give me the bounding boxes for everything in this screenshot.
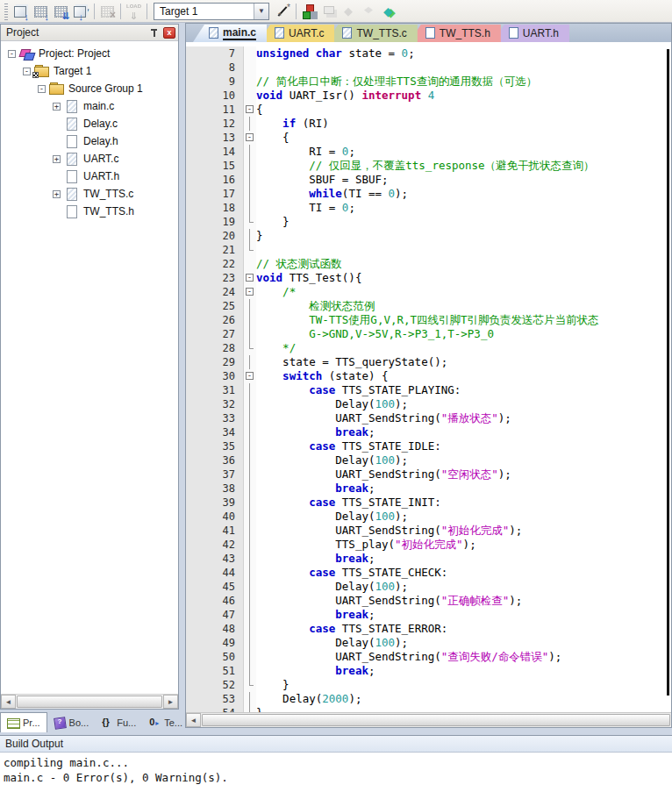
code-line[interactable]: 42 TTS_play("初始化完成"); xyxy=(186,538,671,552)
rebuild-all-button[interactable] xyxy=(51,2,71,21)
expand-expander-icon[interactable]: + xyxy=(53,103,61,111)
build-output-console[interactable]: compiling main.c...main.c - 0 Error(s), … xyxy=(0,753,672,792)
code-line[interactable]: 15 // 仅回显，不覆盖tts_response（避免干扰状态查询） xyxy=(186,159,671,173)
code-line[interactable]: 30- switch (state) { xyxy=(186,369,671,383)
code-line[interactable]: 48 case TTS_STATE_ERROR: xyxy=(186,622,671,636)
code-line[interactable]: 39 case TTS_STATE_INIT: xyxy=(186,496,671,510)
code-line[interactable]: 10void UART_Isr() interrupt 4 xyxy=(186,89,671,103)
code-line[interactable]: 38 break; xyxy=(186,482,671,496)
code-line[interactable]: 23-void TTS_Test(){ xyxy=(186,271,671,285)
fold-toggle-icon[interactable]: - xyxy=(244,369,256,383)
code-line[interactable]: 34 break; xyxy=(186,425,671,439)
code-line[interactable]: 14 RI = 0; xyxy=(186,145,671,159)
code-line[interactable]: 16 SBUF = SBUF; xyxy=(186,173,671,187)
code-line[interactable]: 52 } xyxy=(186,678,671,692)
collapse-expander-icon[interactable]: - xyxy=(23,68,31,75)
code-line[interactable]: 28 */ xyxy=(186,341,671,355)
batch-build-button[interactable]: ▼ xyxy=(71,2,91,21)
editor-tab-main-c[interactable]: main.c xyxy=(193,25,267,42)
pack-installer-button[interactable] xyxy=(380,2,400,21)
code-line[interactable]: 8 xyxy=(186,61,671,75)
code-line[interactable]: 26 TW-TTS使用G,V,R,T四线引脚T引脚负责发送芯片当前状态 xyxy=(186,313,671,327)
code-line[interactable]: 45 Delay(100); xyxy=(186,580,671,594)
code-line[interactable]: 24- /* xyxy=(186,285,671,299)
editor-tab-tw-tts-c[interactable]: TW_TTS.c xyxy=(326,25,417,42)
code-line[interactable]: 51 break; xyxy=(186,664,671,678)
collapse-expander-icon[interactable]: - xyxy=(8,50,16,58)
expand-expander-icon[interactable]: + xyxy=(53,155,61,163)
fold-toggle-icon[interactable]: - xyxy=(244,131,256,145)
tree-item-tw-tts-c[interactable]: +TW_TTS.c xyxy=(1,185,178,203)
code-line[interactable]: 19 } xyxy=(186,215,671,229)
chevron-down-icon[interactable]: ▼ xyxy=(254,4,268,19)
tree-item-main-c[interactable]: +main.c xyxy=(1,97,178,115)
scroll-left-arrow-icon[interactable]: ◄ xyxy=(1,695,16,709)
code-line[interactable]: 11-{ xyxy=(186,103,671,117)
close-icon[interactable]: x xyxy=(163,27,175,39)
project-horizontal-scrollbar[interactable]: ◄ ► xyxy=(1,694,178,709)
code-line[interactable]: 31 case TTS_STATE_PLAYING: xyxy=(186,383,671,397)
editor-tab-uart-c[interactable]: UART.c xyxy=(259,25,334,42)
tree-item-delay-h[interactable]: Delay.h xyxy=(1,132,178,150)
tree-item-tw-tts-h[interactable]: TW_TTS.h xyxy=(1,203,178,220)
scroll-left-arrow-icon[interactable]: ◄ xyxy=(186,713,201,727)
fold-toggle-icon[interactable]: - xyxy=(244,271,256,285)
bottom-tab-bo[interactable]: Bo... xyxy=(47,712,96,732)
code-line[interactable]: 37 UART_SendString("空闲状态"); xyxy=(186,467,671,482)
code-line[interactable]: 46 UART_SendString("正确帧检查"); xyxy=(186,594,671,608)
toolbar-drag-handle[interactable] xyxy=(4,3,8,20)
tree-item-target-1[interactable]: -Target 1 xyxy=(1,62,178,80)
fold-margin xyxy=(244,425,256,439)
editor-tab-tw-tts-h[interactable]: TW_TTS.h xyxy=(410,25,501,42)
code-line[interactable]: 44 case TTS_STATE_CHECK: xyxy=(186,566,671,580)
code-line[interactable]: 40 Delay(100); xyxy=(186,510,671,524)
code-line[interactable]: 36 Delay(100); xyxy=(186,453,671,467)
code-line[interactable]: 21 xyxy=(186,243,671,257)
code-line[interactable]: 54} xyxy=(186,706,671,712)
code-line[interactable]: 35 case TTS_STATE_IDLE: xyxy=(186,439,671,453)
code-line[interactable]: 9// 简化串口中断：仅处理非TTS查询的通用数据（可选） xyxy=(186,75,671,89)
scrollbar-thumb[interactable] xyxy=(202,714,670,726)
code-line[interactable]: 12 if (RI) xyxy=(186,117,671,131)
code-line[interactable]: 20} xyxy=(186,229,671,243)
tree-item-source-group-1[interactable]: -Source Group 1 xyxy=(1,80,178,97)
translate-file-button[interactable] xyxy=(11,2,31,21)
code-line[interactable]: 41 UART_SendString("初始化完成"); xyxy=(186,524,671,538)
code-line[interactable]: 13- { xyxy=(186,131,671,145)
code-line[interactable]: 17 while(TI == 0); xyxy=(186,187,671,201)
fold-toggle-icon[interactable]: - xyxy=(244,285,256,299)
build-button[interactable] xyxy=(31,2,51,21)
tree-item-project-project[interactable]: -Project: Project xyxy=(1,45,178,62)
pin-icon[interactable] xyxy=(149,27,160,39)
code-line[interactable]: 33 UART_SendString("播放状态"); xyxy=(186,411,671,425)
bottom-tab-fu[interactable]: Fu... xyxy=(95,712,142,732)
fold-toggle-icon[interactable]: - xyxy=(244,103,256,117)
tree-item-delay-c[interactable]: Delay.c xyxy=(1,115,178,132)
bottom-tab-te[interactable]: Te... xyxy=(142,712,189,732)
code-line[interactable]: 25 检测状态范例 xyxy=(186,299,671,313)
scrollbar-thumb[interactable] xyxy=(17,696,162,708)
manage-items-button[interactable] xyxy=(299,2,319,21)
code-area[interactable]: 7unsigned char state = 0;89// 简化串口中断：仅处理… xyxy=(186,42,671,712)
code-line[interactable]: 53 Delay(2000); xyxy=(186,692,671,706)
bottom-tab-pr[interactable]: Pr... xyxy=(0,712,47,732)
code-line[interactable]: 7unsigned char state = 0; xyxy=(186,46,671,61)
expand-expander-icon[interactable]: + xyxy=(53,190,61,198)
code-line[interactable]: 22// 状态测试函数 xyxy=(186,257,671,271)
collapse-expander-icon[interactable]: - xyxy=(38,85,46,93)
code-line[interactable]: 18 TI = 0; xyxy=(186,201,671,215)
code-line[interactable]: 32 Delay(100); xyxy=(186,397,671,411)
editor-tab-uart-h[interactable]: UART.h xyxy=(493,25,569,42)
tree-item-uart-c[interactable]: +UART.c xyxy=(1,150,178,168)
tree-item-uart-h[interactable]: UART.h xyxy=(1,168,178,185)
code-line[interactable]: 43 break; xyxy=(186,552,671,566)
code-line[interactable]: 49 Delay(100); xyxy=(186,636,671,650)
code-line[interactable]: 29 state = TTS_queryState(); xyxy=(186,355,671,369)
code-line[interactable]: 27 G->GND,V->5V,R->P3_1,T->P3_0 xyxy=(186,327,671,341)
options-for-target-button[interactable] xyxy=(273,2,293,21)
code-line[interactable]: 50 UART_SendString("查询失败/命令错误"); xyxy=(186,650,671,664)
code-line[interactable]: 47 break; xyxy=(186,608,671,622)
editor-horizontal-scrollbar[interactable]: ◄ xyxy=(186,712,671,727)
target-select-combo[interactable]: Target 1▼ xyxy=(154,3,269,20)
scroll-right-arrow-icon[interactable]: ► xyxy=(163,695,178,709)
